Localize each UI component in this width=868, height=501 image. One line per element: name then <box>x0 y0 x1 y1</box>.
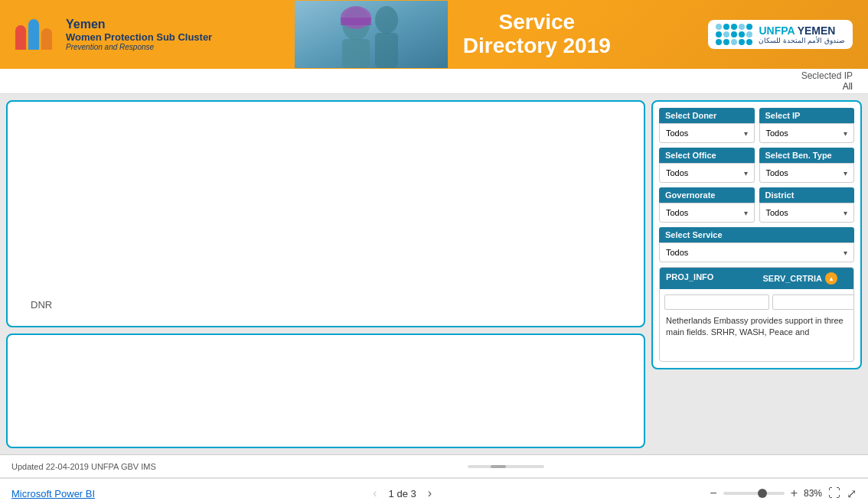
fullscreen-icon[interactable]: ⛶ <box>828 486 840 500</box>
powerbi-link[interactable]: Microsoft Power BI <box>11 488 95 499</box>
filter-label-ben-type: Select Ben. Type <box>759 148 855 163</box>
filter-doner-value: Todos <box>666 129 688 138</box>
footer-updated-text: Updated 22-04-2019 UNFPA GBV IMS <box>11 462 156 471</box>
zoom-slider-track[interactable] <box>723 492 785 495</box>
org-name: Yemen <box>66 18 212 31</box>
filter-row-3: Governorate Todos ▾ District Todos ▾ <box>659 187 854 223</box>
filter-group-district: District Todos ▾ <box>759 187 855 223</box>
filter-group-ip: Select IP Todos ▾ <box>759 108 855 143</box>
dot2 <box>723 24 729 30</box>
org-sub: Women Protection Sub Cluster <box>66 31 212 43</box>
dot9 <box>739 31 745 37</box>
chevron-down-icon-office: ▾ <box>744 169 748 177</box>
dot8 <box>731 31 737 37</box>
scrollbar-thumb <box>491 465 506 468</box>
svg-rect-0 <box>295 1 448 68</box>
bottom-bar: Microsoft Power BI ‹ 1 de 3 › − + 83% ⛶ … <box>0 477 868 501</box>
dot4 <box>739 24 745 30</box>
filter-row-2: Select Office Todos ▾ Select Ben. Type T… <box>659 148 854 183</box>
filter-group-doner: Select Doner Todos ▾ <box>659 108 755 143</box>
filter-label-governorate: Governorate <box>659 187 755 203</box>
filter-label-district: District <box>759 187 855 203</box>
filter-label-ip: Select IP <box>759 108 855 123</box>
map-container: DNR <box>6 100 645 448</box>
filter-office-value: Todos <box>666 168 688 177</box>
table-data-text: Netherlands Embassy provides support in … <box>666 315 847 339</box>
filter-section: Select Doner Todos ▾ Select IP Todos ▾ <box>651 100 862 369</box>
sort-button[interactable]: ▲ <box>825 272 837 285</box>
zoom-and-icons: − + 83% ⛶ ⤢ <box>710 486 857 501</box>
unfpa-dots <box>716 24 752 45</box>
nav-prev-button[interactable]: ‹ <box>369 485 380 501</box>
selected-ip-label: Seclected IP <box>801 70 853 81</box>
photo-svg <box>295 1 448 68</box>
footer-bar: Updated 22-04-2019 UNFPA GBV IMS <box>0 454 868 477</box>
filter-row-1: Select Doner Todos ▾ Select IP Todos ▾ <box>659 108 854 143</box>
unfpa-arabic: صندوق الأمم المتحدة للسكان <box>759 37 845 44</box>
chevron-down-icon-doner: ▾ <box>744 129 748 138</box>
filter-select-district[interactable]: Todos ▾ <box>759 203 855 223</box>
table-col-serv-crtria: SERV_CRTRIA ▲ <box>757 268 854 289</box>
svg-rect-2 <box>342 39 370 68</box>
org-tagline: Prevention and Response <box>66 43 212 51</box>
filter-select-doner[interactable]: Todos ▾ <box>659 123 755 143</box>
header-right: UNFPA YEMEN صندوق الأمم المتحدة للسكان <box>708 20 853 49</box>
filter-label-service: Select Service <box>659 227 854 242</box>
dot12 <box>723 39 729 45</box>
page-nav: ‹ 1 de 3 › <box>369 485 436 501</box>
zoom-percent: 83% <box>804 488 822 499</box>
filter-select-ip[interactable]: Todos ▾ <box>759 123 855 143</box>
nav-next-button[interactable]: › <box>424 485 436 501</box>
map-panel-bottom <box>6 333 645 448</box>
unfpa-text-block: UNFPA YEMEN صندوق الأمم المتحدة للسكان <box>759 24 845 44</box>
page-indicator: 1 de 3 <box>389 488 416 499</box>
dot5 <box>746 24 752 30</box>
filter-select-office[interactable]: Todos ▾ <box>659 163 755 183</box>
dot14 <box>739 39 745 45</box>
dnr-label: DNR <box>31 299 52 311</box>
chevron-down-icon-service: ▾ <box>844 249 847 257</box>
table-header: PROJ_INFO SERV_CRTRIA ▲ <box>660 268 853 289</box>
unfpa-logo-box: UNFPA YEMEN صندوق الأمم المتحدة للسكان <box>708 20 853 49</box>
table-search-row <box>660 292 853 312</box>
filter-governorate-value: Todos <box>666 208 688 217</box>
chevron-down-icon-district: ▾ <box>844 209 847 217</box>
chevron-down-icon-ben-type: ▾ <box>844 169 847 177</box>
selected-ip-value: All <box>843 81 853 92</box>
svg-rect-4 <box>375 33 398 68</box>
selected-ip-bar: Seclected IP All <box>0 69 868 94</box>
filter-select-service[interactable]: Todos ▾ <box>659 242 854 262</box>
unfpa-label: UNFPA YEMEN <box>759 24 845 37</box>
zoom-minus-button[interactable]: − <box>710 486 716 500</box>
expand-icon[interactable]: ⤢ <box>847 486 857 501</box>
table-section: PROJ_INFO SERV_CRTRIA ▲ Netherlands Emba… <box>659 267 854 362</box>
header-service: Service <box>463 11 611 34</box>
chevron-down-icon-governorate: ▾ <box>744 209 748 217</box>
scrollbar-track[interactable] <box>468 465 544 468</box>
svg-point-3 <box>375 6 398 34</box>
main-area: DNR Select Doner Todos ▾ Select IP <box>0 94 868 454</box>
zoom-plus-button[interactable]: + <box>791 486 798 500</box>
chevron-down-icon-ip: ▾ <box>844 129 847 138</box>
filter-group-service: Select Service Todos ▾ <box>659 227 854 262</box>
header-center: Service Directory 2019 <box>295 1 626 68</box>
table-data-area: Netherlands Embassy provides support in … <box>660 312 853 358</box>
table-search-input-2[interactable] <box>772 294 854 310</box>
filter-district-value: Todos <box>766 208 788 217</box>
map-panel-top: DNR <box>6 100 645 327</box>
header: Yemen Women Protection Sub Cluster Preve… <box>0 0 868 69</box>
filter-select-ben-type[interactable]: Todos ▾ <box>759 163 855 183</box>
header-branding: Yemen Women Protection Sub Cluster Preve… <box>15 18 212 51</box>
dot7 <box>723 31 729 37</box>
filter-select-governorate[interactable]: Todos ▾ <box>659 203 755 223</box>
table-col-proj-info: PROJ_INFO <box>660 268 757 289</box>
table-search-input[interactable] <box>664 294 769 310</box>
dot10 <box>746 31 752 37</box>
table-body: Netherlands Embassy provides support in … <box>660 289 853 361</box>
filter-label-doner: Select Doner <box>659 108 755 123</box>
dot15 <box>746 39 752 45</box>
svg-rect-6 <box>341 18 371 25</box>
dot3 <box>731 24 737 30</box>
zoom-slider-thumb <box>758 489 767 498</box>
right-panel: Select Doner Todos ▾ Select IP Todos ▾ <box>651 100 862 448</box>
